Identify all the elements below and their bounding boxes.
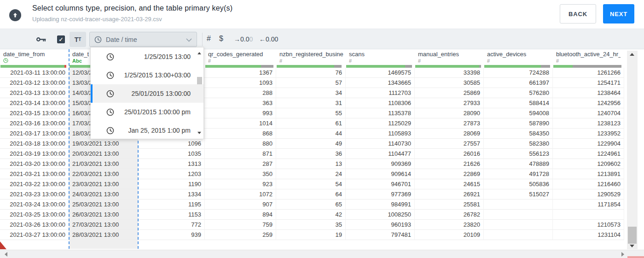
- table-cell: 1334: [138, 189, 205, 199]
- scroll-down-arrow-icon[interactable]: [630, 245, 634, 247]
- currency-type-button[interactable]: $: [219, 35, 223, 43]
- table-cell: 64: [276, 189, 346, 199]
- column-name: date_time_from: [3, 51, 45, 58]
- horizontal-scrollbar-thumb[interactable]: [627, 256, 644, 258]
- next-button[interactable]: NEXT: [603, 4, 634, 23]
- table-cell: 24: [276, 169, 346, 179]
- type-select-value: Date / time: [106, 36, 186, 43]
- table-cell: 1104477: [346, 149, 415, 159]
- table-row: 2021-03-25 13:00:0026/03/2021 13:0011538…: [0, 210, 624, 220]
- column-type-indicator: #: [556, 58, 559, 64]
- table-cell: 42: [276, 210, 346, 220]
- table-cell: 1216460: [553, 179, 624, 189]
- table-cell: 30585: [415, 78, 484, 88]
- column-type-indicator: #: [349, 58, 352, 64]
- column-header-scans[interactable]: scans#: [346, 49, 415, 68]
- table-row: 2021-03-24 13:00:0025/03/2021 13:0011959…: [0, 199, 624, 210]
- column-header-date_time_from[interactable]: date_time_from: [0, 49, 69, 68]
- table-cell: 582380: [484, 139, 553, 149]
- increase-precision-button[interactable]: →0.00: [234, 35, 253, 43]
- vertical-scrollbar-thumb[interactable]: [628, 227, 637, 244]
- column-header-qr_codes_generated[interactable]: qr_codes_generated#: [205, 49, 276, 68]
- table-cell: 797481: [346, 230, 415, 240]
- table-cell: 1108306: [346, 98, 415, 108]
- table-cell: 1209602: [553, 159, 624, 169]
- table-cell: 1290529: [553, 189, 624, 199]
- table-cell: 505836: [484, 179, 553, 189]
- primary-key-icon[interactable]: [36, 35, 46, 45]
- date-format-option[interactable]: 1/25/2015 13:00: [91, 47, 203, 66]
- table-cell: 25869: [415, 88, 484, 98]
- table-cell: 1096: [138, 139, 205, 149]
- back-button[interactable]: BACK: [560, 4, 596, 23]
- table-cell: 363: [205, 98, 276, 108]
- clock-icon: [94, 36, 102, 43]
- table-cell: 1238464: [553, 88, 624, 98]
- boolean-type-checkbox[interactable]: ✓: [57, 35, 65, 43]
- table-cell: 907: [205, 199, 276, 210]
- column-header-manual_entries[interactable]: manual_entries#: [415, 49, 484, 68]
- date-format-option[interactable]: 25/01/2015 13:00:00: [91, 84, 203, 103]
- table-cell: 20109: [415, 230, 484, 240]
- table-cell: 2021-03-13 13:00:00: [0, 88, 69, 98]
- table-cell: 588414: [484, 98, 553, 108]
- table-cell: 1140730: [346, 139, 415, 149]
- table-cell: 55: [276, 108, 346, 118]
- table-cell: 1190: [138, 179, 205, 189]
- column-header-bluetooth_active_24_hr_[interactable]: bluetooth_active_24_hr_#: [553, 49, 624, 68]
- table-cell: 576280: [484, 88, 553, 98]
- table-cell: 2021-03-23 13:00:00: [0, 189, 69, 199]
- table-cell: 1014: [205, 118, 276, 129]
- table-cell: 259: [205, 230, 276, 240]
- table-row: 2021-03-19 13:00:0020/03/2021 13:0010358…: [0, 149, 624, 159]
- number-type-button[interactable]: #: [207, 35, 211, 43]
- table-cell: 20/03/2021 13:00: [69, 149, 138, 159]
- table-cell: 2021-03-21 13:00:00: [0, 169, 69, 179]
- table-cell: 35: [276, 220, 346, 230]
- table-cell: 724288: [484, 68, 553, 78]
- column-header-nzbn_registered_busine[interactable]: nzbn_registered_busine#: [276, 49, 346, 68]
- date-format-option[interactable]: 25/01/2015 1:00:00 pm: [91, 103, 203, 121]
- date-format-option-label: 1/25/2015 13:00: [114, 53, 191, 60]
- column-name: nzbn_registered_busine: [279, 51, 343, 58]
- date-format-option[interactable]: Jan 25, 2015 1:00 pm: [91, 121, 203, 140]
- horizontal-scrollbar[interactable]: [0, 250, 644, 258]
- table-cell: 49: [276, 139, 346, 149]
- table-cell: 2021-03-16 13:00:00: [0, 118, 69, 129]
- table-cell: 2021-03-26 13:00:00: [0, 220, 69, 230]
- scroll-up-arrow-icon[interactable]: [630, 53, 634, 56]
- table-cell: [484, 220, 553, 230]
- table-cell: 2021-03-25 13:00:00: [0, 210, 69, 220]
- text-type-button[interactable]: TT: [70, 32, 86, 47]
- table-cell: 1072: [205, 189, 276, 199]
- table-cell: 1112703: [346, 88, 415, 98]
- table-cell: 1224961: [553, 149, 624, 159]
- table-cell: 1035: [138, 149, 205, 159]
- uploading-filename: Uploading nz-covid-tracer-usage-2021-03-…: [32, 16, 162, 23]
- date-format-option-label: 1/25/2015 13:00+03:00: [114, 71, 191, 79]
- scroll-right-arrow-icon[interactable]: [621, 252, 624, 257]
- column-name: active_devices: [487, 51, 526, 58]
- vertical-scrollbar[interactable]: [627, 51, 638, 249]
- date-format-option[interactable]: 1/25/2015 13:00+03:00: [91, 66, 203, 84]
- type-select-dropdown[interactable]: Date / time: [89, 32, 197, 47]
- table-cell: 1125029: [346, 118, 415, 129]
- table-cell: 1213891: [553, 169, 624, 179]
- table-cell: [553, 210, 624, 220]
- table-cell: 584350: [484, 129, 553, 139]
- column-header-active_devices[interactable]: active_devices#: [484, 49, 553, 68]
- table-cell: 2021-03-19 13:00:00: [0, 149, 69, 159]
- table-row: 2021-03-23 13:00:0024/03/2021 13:0013341…: [0, 189, 624, 199]
- table-cell: 25/03/2021 13:00: [69, 199, 138, 210]
- table-cell: 594008: [484, 108, 553, 118]
- column-type-indicator: Abc: [72, 58, 82, 64]
- column-name: scans: [349, 51, 365, 58]
- table-cell: 1242956: [553, 98, 624, 108]
- table-cell: 44: [276, 129, 346, 139]
- scroll-left-arrow-icon[interactable]: [5, 252, 7, 257]
- page-header: Select columns type, precision, and the …: [0, 0, 644, 29]
- table-row: 2021-03-21 13:00:0022/03/2021 13:0012033…: [0, 169, 624, 179]
- table-cell: 2021-03-12 13:00:00: [0, 78, 69, 88]
- upload-cloud-icon: [9, 9, 21, 21]
- decrease-precision-button[interactable]: ←0.00: [259, 35, 278, 43]
